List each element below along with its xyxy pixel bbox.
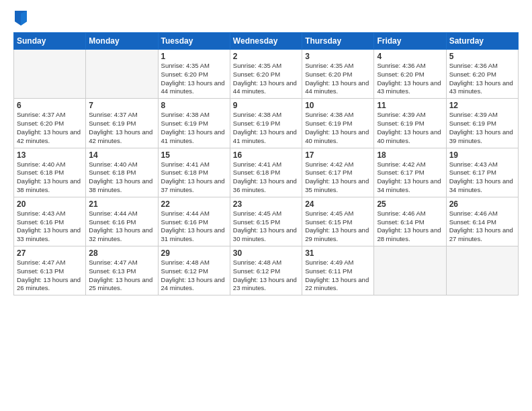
calendar-cell: 16Sunrise: 4:41 AM Sunset: 6:18 PM Dayli… bbox=[230, 148, 302, 197]
day-info: Sunrise: 4:49 AM Sunset: 6:11 PM Dayligh… bbox=[305, 259, 371, 293]
calendar-cell: 5Sunrise: 4:36 AM Sunset: 6:20 PM Daylig… bbox=[446, 50, 518, 99]
day-info: Sunrise: 4:42 AM Sunset: 6:17 PM Dayligh… bbox=[305, 161, 371, 195]
day-number: 15 bbox=[161, 150, 227, 160]
day-info: Sunrise: 4:41 AM Sunset: 6:18 PM Dayligh… bbox=[233, 161, 299, 195]
calendar-cell bbox=[374, 246, 446, 295]
calendar-cell: 26Sunrise: 4:46 AM Sunset: 6:14 PM Dayli… bbox=[446, 197, 518, 246]
day-number: 23 bbox=[233, 199, 299, 209]
day-number: 20 bbox=[17, 199, 83, 209]
day-number: 27 bbox=[17, 248, 83, 258]
weekday-header-wednesday: Wednesday bbox=[230, 33, 302, 50]
calendar-cell: 19Sunrise: 4:43 AM Sunset: 6:17 PM Dayli… bbox=[446, 148, 518, 197]
day-info: Sunrise: 4:40 AM Sunset: 6:18 PM Dayligh… bbox=[17, 161, 83, 195]
calendar-cell bbox=[14, 50, 86, 99]
day-number: 25 bbox=[377, 199, 443, 209]
day-number: 3 bbox=[305, 52, 371, 61]
weekday-header-sunday: Sunday bbox=[14, 33, 86, 50]
calendar-cell: 8Sunrise: 4:38 AM Sunset: 6:19 PM Daylig… bbox=[158, 99, 230, 148]
calendar-cell: 21Sunrise: 4:44 AM Sunset: 6:16 PM Dayli… bbox=[86, 197, 158, 246]
day-info: Sunrise: 4:35 AM Sunset: 6:20 PM Dayligh… bbox=[305, 62, 371, 96]
day-info: Sunrise: 4:42 AM Sunset: 6:17 PM Dayligh… bbox=[377, 161, 443, 195]
day-number: 17 bbox=[305, 150, 371, 160]
day-info: Sunrise: 4:36 AM Sunset: 6:20 PM Dayligh… bbox=[449, 62, 515, 96]
day-info: Sunrise: 4:47 AM Sunset: 6:13 PM Dayligh… bbox=[17, 259, 83, 293]
calendar-cell: 7Sunrise: 4:37 AM Sunset: 6:19 PM Daylig… bbox=[86, 99, 158, 148]
day-info: Sunrise: 4:46 AM Sunset: 6:14 PM Dayligh… bbox=[377, 210, 443, 244]
day-number: 11 bbox=[377, 101, 443, 110]
day-info: Sunrise: 4:48 AM Sunset: 6:12 PM Dayligh… bbox=[161, 259, 227, 293]
calendar-cell: 14Sunrise: 4:40 AM Sunset: 6:18 PM Dayli… bbox=[86, 148, 158, 197]
calendar-cell: 31Sunrise: 4:49 AM Sunset: 6:11 PM Dayli… bbox=[302, 246, 374, 295]
day-number: 14 bbox=[89, 150, 154, 160]
calendar-cell bbox=[446, 246, 518, 295]
day-number: 29 bbox=[161, 248, 227, 258]
day-number: 5 bbox=[449, 52, 515, 61]
calendar-cell: 28Sunrise: 4:47 AM Sunset: 6:13 PM Dayli… bbox=[86, 246, 158, 295]
day-info: Sunrise: 4:40 AM Sunset: 6:18 PM Dayligh… bbox=[89, 161, 154, 195]
calendar-cell bbox=[86, 50, 158, 99]
day-number: 30 bbox=[233, 248, 299, 258]
calendar-cell: 13Sunrise: 4:40 AM Sunset: 6:18 PM Dayli… bbox=[14, 148, 86, 197]
calendar-week-row: 6Sunrise: 4:37 AM Sunset: 6:20 PM Daylig… bbox=[14, 99, 519, 148]
day-info: Sunrise: 4:38 AM Sunset: 6:19 PM Dayligh… bbox=[161, 111, 227, 145]
calendar-cell: 29Sunrise: 4:48 AM Sunset: 6:12 PM Dayli… bbox=[158, 246, 230, 295]
day-number: 16 bbox=[233, 150, 299, 160]
day-number: 12 bbox=[449, 101, 515, 110]
calendar-cell: 11Sunrise: 4:39 AM Sunset: 6:19 PM Dayli… bbox=[374, 99, 446, 148]
day-number: 9 bbox=[233, 101, 299, 110]
day-number: 8 bbox=[161, 101, 227, 110]
logo-icon bbox=[15, 11, 27, 26]
calendar-cell: 27Sunrise: 4:47 AM Sunset: 6:13 PM Dayli… bbox=[14, 246, 86, 295]
day-number: 22 bbox=[161, 199, 227, 209]
day-info: Sunrise: 4:44 AM Sunset: 6:16 PM Dayligh… bbox=[89, 210, 154, 244]
weekday-header-saturday: Saturday bbox=[446, 33, 518, 50]
day-info: Sunrise: 4:36 AM Sunset: 6:20 PM Dayligh… bbox=[377, 62, 443, 96]
weekday-header-tuesday: Tuesday bbox=[158, 33, 230, 50]
day-number: 21 bbox=[89, 199, 154, 209]
day-number: 13 bbox=[17, 150, 83, 160]
calendar-week-row: 13Sunrise: 4:40 AM Sunset: 6:18 PM Dayli… bbox=[14, 148, 519, 197]
day-info: Sunrise: 4:38 AM Sunset: 6:19 PM Dayligh… bbox=[305, 111, 371, 145]
calendar-cell: 3Sunrise: 4:35 AM Sunset: 6:20 PM Daylig… bbox=[302, 50, 374, 99]
calendar-table: SundayMondayTuesdayWednesdayThursdayFrid… bbox=[13, 32, 519, 295]
calendar-cell: 12Sunrise: 4:39 AM Sunset: 6:19 PM Dayli… bbox=[446, 99, 518, 148]
calendar-cell: 22Sunrise: 4:44 AM Sunset: 6:16 PM Dayli… bbox=[158, 197, 230, 246]
logo bbox=[13, 11, 27, 26]
calendar-cell: 9Sunrise: 4:38 AM Sunset: 6:19 PM Daylig… bbox=[230, 99, 302, 148]
weekday-header-monday: Monday bbox=[86, 33, 158, 50]
day-number: 24 bbox=[305, 199, 371, 209]
day-number: 6 bbox=[17, 101, 83, 110]
day-number: 19 bbox=[449, 150, 515, 160]
day-number: 26 bbox=[449, 199, 515, 209]
weekday-header-row: SundayMondayTuesdayWednesdayThursdayFrid… bbox=[14, 33, 519, 50]
day-info: Sunrise: 4:35 AM Sunset: 6:20 PM Dayligh… bbox=[233, 62, 299, 96]
calendar-cell: 25Sunrise: 4:46 AM Sunset: 6:14 PM Dayli… bbox=[374, 197, 446, 246]
calendar-week-row: 27Sunrise: 4:47 AM Sunset: 6:13 PM Dayli… bbox=[14, 246, 519, 295]
header bbox=[13, 11, 519, 26]
day-info: Sunrise: 4:35 AM Sunset: 6:20 PM Dayligh… bbox=[161, 62, 227, 96]
calendar-cell: 10Sunrise: 4:38 AM Sunset: 6:19 PM Dayli… bbox=[302, 99, 374, 148]
day-number: 18 bbox=[377, 150, 443, 160]
calendar-cell: 15Sunrise: 4:41 AM Sunset: 6:18 PM Dayli… bbox=[158, 148, 230, 197]
day-info: Sunrise: 4:41 AM Sunset: 6:18 PM Dayligh… bbox=[161, 161, 227, 195]
day-number: 28 bbox=[89, 248, 154, 258]
day-number: 10 bbox=[305, 101, 371, 110]
calendar-cell: 30Sunrise: 4:48 AM Sunset: 6:12 PM Dayli… bbox=[230, 246, 302, 295]
calendar-cell: 24Sunrise: 4:45 AM Sunset: 6:15 PM Dayli… bbox=[302, 197, 374, 246]
day-info: Sunrise: 4:39 AM Sunset: 6:19 PM Dayligh… bbox=[377, 111, 443, 145]
calendar-week-row: 1Sunrise: 4:35 AM Sunset: 6:20 PM Daylig… bbox=[14, 50, 519, 99]
day-info: Sunrise: 4:47 AM Sunset: 6:13 PM Dayligh… bbox=[89, 259, 154, 293]
calendar-cell: 1Sunrise: 4:35 AM Sunset: 6:20 PM Daylig… bbox=[158, 50, 230, 99]
day-info: Sunrise: 4:38 AM Sunset: 6:19 PM Dayligh… bbox=[233, 111, 299, 145]
day-number: 31 bbox=[305, 248, 371, 258]
day-info: Sunrise: 4:37 AM Sunset: 6:20 PM Dayligh… bbox=[17, 111, 83, 145]
day-info: Sunrise: 4:43 AM Sunset: 6:17 PM Dayligh… bbox=[449, 161, 515, 195]
day-info: Sunrise: 4:48 AM Sunset: 6:12 PM Dayligh… bbox=[233, 259, 299, 293]
calendar-cell: 4Sunrise: 4:36 AM Sunset: 6:20 PM Daylig… bbox=[374, 50, 446, 99]
calendar-cell: 23Sunrise: 4:45 AM Sunset: 6:15 PM Dayli… bbox=[230, 197, 302, 246]
day-info: Sunrise: 4:44 AM Sunset: 6:16 PM Dayligh… bbox=[161, 210, 227, 244]
calendar-cell: 2Sunrise: 4:35 AM Sunset: 6:20 PM Daylig… bbox=[230, 50, 302, 99]
calendar-week-row: 20Sunrise: 4:43 AM Sunset: 6:16 PM Dayli… bbox=[14, 197, 519, 246]
day-info: Sunrise: 4:45 AM Sunset: 6:15 PM Dayligh… bbox=[233, 210, 299, 244]
page: SundayMondayTuesdayWednesdayThursdayFrid… bbox=[0, 0, 532, 411]
